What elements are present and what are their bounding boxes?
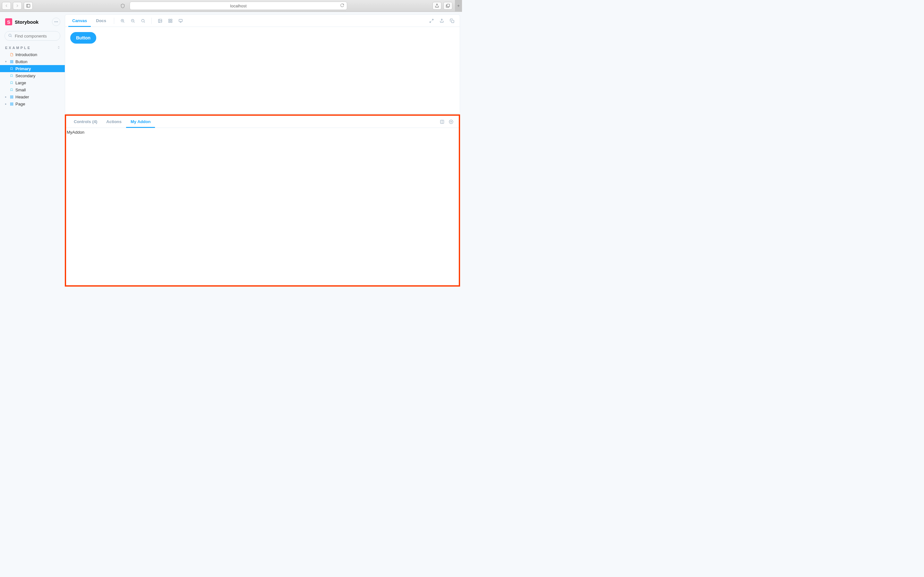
- address-bar[interactable]: localhost: [129, 2, 347, 10]
- sidebar-story-primary[interactable]: Primary: [0, 65, 65, 72]
- tab-docs[interactable]: Docs: [92, 15, 110, 27]
- sidebar-menu-button[interactable]: [52, 18, 60, 26]
- viewport-icon[interactable]: [176, 16, 185, 25]
- svg-rect-35: [171, 19, 172, 20]
- url-text: localhost: [230, 3, 246, 8]
- svg-rect-37: [169, 21, 170, 23]
- bookmark-icon: [10, 88, 13, 92]
- zoom-reset-icon[interactable]: [139, 16, 148, 25]
- sidebar-item-header[interactable]: ▸ Header: [0, 93, 65, 100]
- svg-point-6: [55, 21, 55, 23]
- svg-rect-36: [171, 21, 172, 23]
- search-field[interactable]: [15, 34, 69, 39]
- svg-line-31: [144, 21, 145, 23]
- tree-label: Small: [15, 87, 26, 92]
- panel-orientation-icon[interactable]: [438, 117, 447, 126]
- svg-line-41: [432, 19, 433, 20]
- fullscreen-icon[interactable]: [427, 16, 436, 25]
- sidebar-item-button[interactable]: ▾ Button: [0, 58, 65, 65]
- svg-rect-44: [451, 20, 454, 23]
- document-icon: [10, 53, 13, 56]
- preview-toolbar: Canvas Docs: [65, 15, 460, 27]
- svg-line-28: [134, 21, 135, 23]
- section-header[interactable]: Example: [0, 45, 65, 51]
- search-icon: [8, 33, 12, 39]
- reload-icon[interactable]: [340, 3, 344, 8]
- svg-rect-18: [10, 97, 11, 98]
- privacy-shield-icon[interactable]: [118, 2, 127, 10]
- share-button[interactable]: [433, 2, 441, 10]
- search-input[interactable]: /: [5, 31, 60, 41]
- svg-rect-13: [12, 62, 13, 63]
- component-icon: [10, 95, 13, 99]
- preview-pane: Canvas Docs Button: [65, 15, 460, 114]
- sidebar-item-introduction[interactable]: Introduction: [0, 51, 65, 58]
- panel-close-icon[interactable]: [447, 117, 456, 126]
- tree-label: Secondary: [15, 73, 35, 78]
- sidebar-story-small[interactable]: Small: [0, 86, 65, 93]
- canvas-area: Button: [65, 27, 460, 113]
- tree-label: Large: [15, 81, 26, 85]
- copy-link-icon[interactable]: [447, 16, 457, 25]
- svg-point-7: [56, 21, 57, 23]
- svg-rect-3: [447, 4, 449, 7]
- panel-content: MyAddon: [66, 128, 459, 137]
- svg-rect-11: [10, 60, 11, 61]
- tree-label: Header: [15, 95, 29, 99]
- svg-point-30: [142, 19, 144, 22]
- nav-forward-button[interactable]: [13, 2, 22, 10]
- tree-label: Introduction: [15, 52, 37, 57]
- bookmark-icon: [10, 74, 13, 77]
- new-tab-button[interactable]: [455, 0, 462, 12]
- chevron-right-icon: ▸: [5, 102, 8, 105]
- zoom-in-icon[interactable]: [118, 16, 127, 25]
- component-icon: [10, 102, 13, 106]
- panel-tab-myaddon[interactable]: My Addon: [126, 116, 155, 128]
- panel-tab-actions[interactable]: Actions: [102, 116, 126, 128]
- nav-back-button[interactable]: [2, 2, 11, 10]
- svg-rect-21: [12, 104, 13, 105]
- svg-point-9: [9, 34, 11, 37]
- svg-rect-12: [12, 60, 13, 61]
- component-icon: [10, 60, 13, 63]
- svg-line-24: [124, 21, 124, 23]
- background-icon[interactable]: [156, 16, 165, 25]
- section-label: Example: [5, 46, 31, 50]
- app-title: Storybook: [15, 19, 49, 25]
- open-new-tab-icon[interactable]: [437, 16, 446, 25]
- svg-rect-38: [179, 19, 183, 21]
- sidebar-story-large[interactable]: Large: [0, 79, 65, 86]
- svg-rect-22: [10, 104, 11, 105]
- svg-rect-14: [10, 62, 11, 63]
- tree-label: Primary: [15, 66, 31, 71]
- svg-point-33: [159, 20, 160, 21]
- tree-label: Button: [15, 59, 27, 64]
- svg-rect-16: [12, 95, 13, 97]
- bookmark-icon: [10, 81, 13, 85]
- sidebar-toggle-button[interactable]: [24, 2, 33, 10]
- svg-line-10: [11, 36, 11, 37]
- svg-rect-15: [10, 95, 11, 97]
- tab-count: (4): [92, 119, 97, 124]
- svg-rect-19: [10, 103, 11, 103]
- sidebar: S Storybook / Example: [0, 15, 65, 288]
- chevron-down-icon: ▾: [5, 60, 8, 63]
- nav-tree: Introduction ▾ Button Primary Seconda: [0, 51, 65, 107]
- tabs-button[interactable]: [443, 2, 452, 10]
- chevron-right-icon: ▸: [5, 95, 8, 98]
- sidebar-item-page[interactable]: ▸ Page: [0, 100, 65, 107]
- svg-rect-0: [27, 4, 30, 7]
- addons-panel: Controls (4) Actions My Addon MyAddon: [65, 114, 460, 287]
- tab-label: Controls: [74, 119, 91, 124]
- separator: [114, 18, 114, 24]
- tab-canvas[interactable]: Canvas: [68, 15, 91, 27]
- sidebar-story-secondary[interactable]: Secondary: [0, 72, 65, 79]
- grid-icon[interactable]: [166, 16, 175, 25]
- svg-rect-34: [169, 19, 170, 20]
- expand-collapse-icon[interactable]: [57, 46, 60, 50]
- zoom-out-icon[interactable]: [128, 16, 137, 25]
- demo-button[interactable]: Button: [70, 32, 96, 44]
- browser-toolbar: localhost: [0, 0, 462, 12]
- panel-tab-controls[interactable]: Controls (4): [69, 116, 102, 128]
- svg-line-42: [430, 21, 431, 23]
